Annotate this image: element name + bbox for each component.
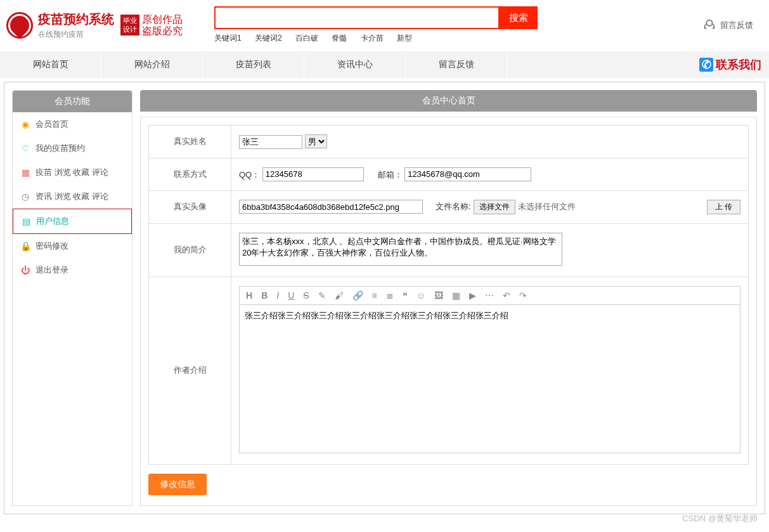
- lock-icon: 🔒: [20, 241, 30, 251]
- content: 会员中心首页 真实姓名 男 联系方式 QQ： 邮箱：: [140, 90, 757, 506]
- header: 疫苗预约系统 在线预约疫苗 毕业 设计 原创作品 盗版必究 搜索 关键词1 关键…: [0, 0, 769, 48]
- nav-home[interactable]: 网站首页: [0, 51, 101, 78]
- power-icon: ⏻: [20, 265, 30, 275]
- name-label: 真实姓名: [149, 126, 231, 159]
- stamp: 毕业 设计 原创作品 盗版必究: [120, 14, 183, 36]
- tb-emoji-icon[interactable]: ☺: [417, 290, 425, 301]
- watermark: CSDN @黄菊华老师: [682, 513, 758, 518]
- tb-redo-icon[interactable]: ↷: [519, 290, 527, 301]
- email-label: 邮箱：: [378, 169, 403, 179]
- tb-undo-icon[interactable]: ↶: [503, 290, 510, 301]
- clock-icon: ◷: [20, 191, 30, 202]
- contact-label: 联系方式: [149, 158, 231, 190]
- keyword-link[interactable]: 新型: [397, 34, 412, 42]
- tb-link-icon[interactable]: 🔗: [352, 290, 363, 301]
- file-prefix: 文件名称:: [436, 201, 471, 212]
- tb-quote-icon[interactable]: ❝: [403, 290, 408, 301]
- tb-bold-icon[interactable]: B: [261, 290, 268, 301]
- keyword-row: 关键词1 关键词2 百白破 脊髓 卡介苗 新型: [214, 33, 538, 44]
- sidebar-item-label: 资讯 浏览 收藏 评论: [36, 191, 108, 202]
- tb-pencil-icon[interactable]: ✎: [318, 290, 326, 301]
- sidebar-item-logout[interactable]: ⏻退出登录: [13, 258, 132, 282]
- editor-toolbar: H B I U S ✎ 🖌 🔗 ≡ ≣ ❝ ☺ 🖼: [239, 286, 740, 304]
- site-title: 疫苗预约系统: [38, 11, 114, 28]
- search-button[interactable]: 搜索: [500, 6, 538, 29]
- headset-icon: [702, 18, 716, 32]
- keyword-link[interactable]: 卡介苗: [361, 34, 384, 42]
- keyword-link[interactable]: 百白破: [295, 34, 318, 42]
- logo-icon: [6, 12, 33, 39]
- tb-video-icon[interactable]: ▶: [469, 290, 476, 301]
- feedback-link[interactable]: 留言反馈: [702, 18, 753, 32]
- sidebar-item-label: 退出登录: [36, 264, 68, 276]
- feedback-label: 留言反馈: [720, 20, 753, 31]
- contact-us[interactable]: ✆ 联系我们: [699, 57, 761, 72]
- bio-label: 我的简介: [149, 223, 231, 276]
- choose-file-button[interactable]: 选择文件: [474, 200, 515, 214]
- search-area: 搜索 关键词1 关键词2 百白破 脊髓 卡介苗 新型: [214, 6, 538, 44]
- avatar-label: 真实头像: [149, 190, 231, 223]
- form: 真实姓名 男 联系方式 QQ： 邮箱：: [140, 117, 757, 506]
- nav-news[interactable]: 资讯中心: [304, 51, 406, 78]
- search-input[interactable]: [214, 6, 500, 29]
- sidebar-item-appointments[interactable]: ♡我的疫苗预约: [13, 136, 132, 160]
- sidebar-title: 会员功能: [13, 91, 132, 112]
- content-title: 会员中心首页: [140, 90, 757, 112]
- heart-icon: ♡: [20, 143, 30, 153]
- keyword-link[interactable]: 脊髓: [332, 34, 347, 42]
- file-status: 未选择任何文件: [518, 201, 576, 212]
- upload-button[interactable]: 上 传: [707, 200, 740, 214]
- tb-italic-icon[interactable]: I: [276, 290, 279, 301]
- author-editor[interactable]: 张三介绍张三介绍张三介绍张三介绍张三介绍张三介绍张三介绍张三介绍: [239, 304, 740, 453]
- nav-feedback[interactable]: 留言反馈: [406, 51, 507, 78]
- tb-brush-icon[interactable]: 🖌: [335, 290, 344, 301]
- tb-strike-icon[interactable]: S: [303, 290, 309, 301]
- nav-about[interactable]: 网站介绍: [101, 51, 203, 78]
- keyword-link[interactable]: 关键词2: [255, 34, 282, 42]
- sidebar: 会员功能 ◉会员首页 ♡我的疫苗预约 ▦疫苗 浏览 收藏 评论 ◷资讯 浏览 收…: [12, 90, 132, 506]
- tb-heading-icon[interactable]: H: [246, 290, 252, 301]
- keyword-link[interactable]: 关键词1: [214, 34, 242, 42]
- profile-icon: ▤: [21, 216, 31, 226]
- sidebar-item-label: 会员首页: [36, 119, 68, 130]
- qq-input[interactable]: [262, 167, 364, 181]
- svg-point-0: [706, 20, 712, 25]
- sidebar-item-label: 密码修改: [36, 240, 68, 252]
- tb-list-icon[interactable]: ≡: [372, 290, 377, 301]
- sidebar-item-home[interactable]: ◉会员首页: [13, 112, 132, 136]
- sidebar-item-userinfo[interactable]: ▤用户信息: [13, 209, 132, 234]
- tb-underline-icon[interactable]: U: [288, 290, 294, 301]
- sidebar-item-label: 用户信息: [36, 216, 69, 227]
- author-label: 作者介绍: [149, 276, 231, 464]
- stamp-box: 毕业 设计: [120, 15, 139, 35]
- tb-image-icon[interactable]: 🖼: [434, 290, 443, 301]
- gender-select[interactable]: 男: [305, 134, 327, 148]
- tb-more-icon[interactable]: ⋯: [485, 290, 494, 301]
- logo-area: 疫苗预约系统 在线预约疫苗: [6, 11, 114, 40]
- sidebar-item-label: 我的疫苗预约: [36, 143, 85, 154]
- avatar-input[interactable]: [239, 200, 423, 214]
- sidebar-item-vaccine-browse[interactable]: ▦疫苗 浏览 收藏 评论: [13, 160, 132, 185]
- bio-textarea[interactable]: 张三，本名杨xxx，北京人 。起点中文网白金作者，中国作协成员。橙瓜见证·网络文…: [239, 233, 562, 266]
- name-input[interactable]: [239, 135, 302, 149]
- email-input[interactable]: [404, 167, 531, 181]
- site-subtitle: 在线预约疫苗: [38, 29, 114, 40]
- sidebar-item-news-browse[interactable]: ◷资讯 浏览 收藏 评论: [13, 185, 132, 209]
- tb-align-icon[interactable]: ≣: [386, 290, 394, 301]
- qq-label: QQ：: [239, 169, 260, 179]
- stamp-script: 原创作品 盗版必究: [142, 14, 183, 36]
- sidebar-item-password[interactable]: 🔒密码修改: [13, 234, 132, 258]
- grid-icon: ▦: [20, 167, 30, 178]
- submit-button[interactable]: 修改信息: [148, 474, 207, 495]
- home-icon: ◉: [20, 119, 30, 129]
- sidebar-item-label: 疫苗 浏览 收藏 评论: [36, 167, 108, 178]
- nav-vaccines[interactable]: 疫苗列表: [203, 51, 304, 78]
- nav-bar: 网站首页 网站介绍 疫苗列表 资讯中心 留言反馈 ✆ 联系我们: [0, 51, 769, 78]
- contact-label: 联系我们: [716, 57, 761, 72]
- tb-table-icon[interactable]: ▦: [452, 290, 460, 301]
- phone-icon: ✆: [699, 58, 713, 72]
